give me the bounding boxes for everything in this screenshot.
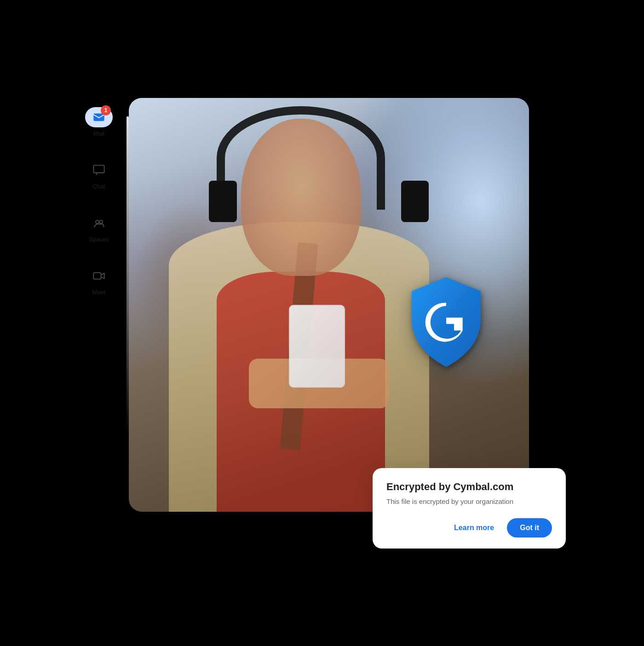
dialog-title: Encrypted by Cymbal.com: [386, 481, 552, 493]
chat-icon: [92, 164, 105, 177]
encryption-dialog: Encrypted by Cymbal.com This file is enc…: [373, 468, 566, 549]
headphones-visual: [217, 106, 385, 210]
headphone-right-cup: [401, 181, 429, 222]
spaces-icon-wrap: [85, 213, 113, 233]
meet-icon-wrap: [85, 266, 113, 286]
mail-label: Mail: [93, 130, 104, 137]
svg-point-2: [96, 220, 99, 223]
phone-visual: [289, 305, 345, 388]
photo-card: [129, 98, 529, 512]
google-shield-icon: [400, 273, 492, 374]
meet-label: Meet: [92, 289, 106, 296]
svg-point-3: [99, 220, 103, 223]
meet-icon: [92, 269, 105, 282]
chat-icon-wrap: [85, 160, 113, 180]
sidebar: 1 Mail Chat Spaces: [69, 107, 129, 296]
sidebar-item-spaces[interactable]: Spaces: [85, 213, 113, 243]
dialog-subtitle: This file is encrypted by your organizat…: [386, 497, 552, 505]
dialog-actions: Learn more Got it: [386, 518, 552, 537]
headphone-left-cup: [209, 181, 237, 222]
mail-icon-wrap: 1: [85, 107, 113, 127]
mail-badge: 1: [101, 105, 111, 115]
svg-rect-4: [93, 273, 101, 279]
sidebar-item-mail[interactable]: 1 Mail: [85, 107, 113, 137]
main-scene: 1 Mail Chat Spaces: [69, 70, 575, 576]
svg-rect-1: [93, 165, 104, 172]
got-it-button[interactable]: Got it: [507, 518, 552, 537]
chat-label: Chat: [92, 183, 105, 190]
learn-more-button[interactable]: Learn more: [447, 519, 501, 537]
spaces-icon: [92, 217, 105, 229]
sidebar-item-meet[interactable]: Meet: [85, 266, 113, 296]
sidebar-item-chat[interactable]: Chat: [85, 160, 113, 190]
spaces-label: Spaces: [89, 236, 109, 243]
